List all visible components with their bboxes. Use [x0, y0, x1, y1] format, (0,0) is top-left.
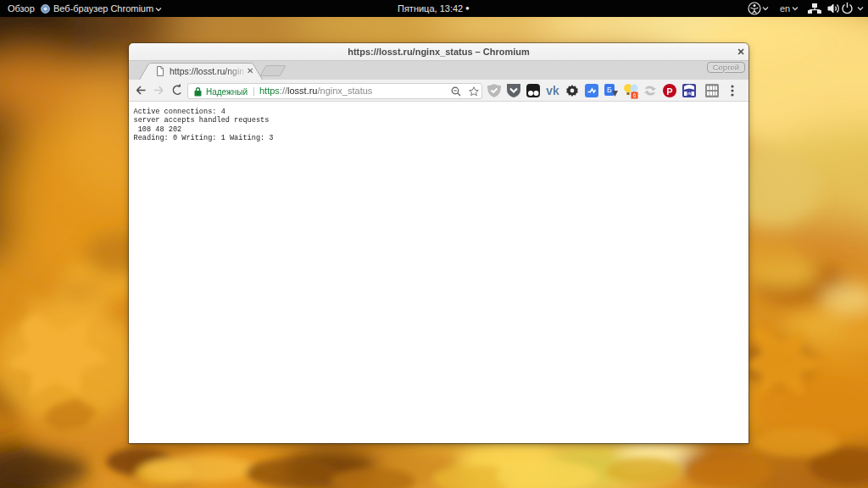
svg-text:Б: Б: [607, 86, 612, 94]
svg-text:P: P: [666, 86, 672, 97]
svg-text:6: 6: [633, 92, 637, 98]
svg-text:en: en: [780, 3, 790, 14]
svg-text:vk: vk: [687, 91, 693, 96]
svg-text:vk: vk: [546, 84, 559, 97]
